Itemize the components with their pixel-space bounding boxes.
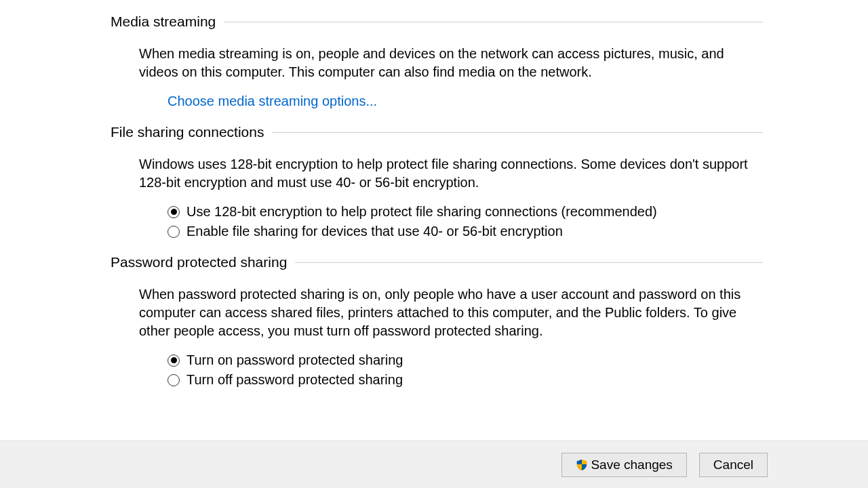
button-label: Save changes [591, 458, 672, 472]
divider [272, 132, 763, 133]
cancel-button[interactable]: Cancel [699, 453, 768, 477]
password-radio-group: Turn on password protected sharing Turn … [167, 352, 763, 388]
media-description: When media streaming is on, people and d… [139, 45, 763, 81]
uac-shield-icon [576, 459, 588, 471]
group-file-sharing: File sharing connections Windows uses 12… [111, 124, 763, 239]
choose-media-streaming-link[interactable]: Choose media streaming options... [167, 94, 377, 109]
group-title-media: Media streaming [111, 14, 224, 30]
radio-password-on[interactable]: Turn on password protected sharing [167, 352, 763, 368]
radio-password-off[interactable]: Turn off password protected sharing [167, 372, 763, 388]
radio-button-icon [167, 206, 180, 218]
group-title-file-sharing: File sharing connections [111, 124, 272, 140]
group-body: When media streaming is on, people and d… [111, 45, 763, 109]
divider [295, 262, 763, 263]
radio-button-icon [167, 374, 180, 386]
encryption-radio-group: Use 128-bit encryption to help protect f… [167, 204, 763, 239]
group-header: Password protected sharing [111, 254, 763, 270]
save-changes-button[interactable]: Save changes [561, 453, 686, 477]
radio-40-56bit-encryption[interactable]: Enable file sharing for devices that use… [167, 224, 763, 239]
radio-label: Turn off password protected sharing [186, 372, 403, 388]
group-body: When password protected sharing is on, o… [111, 285, 763, 388]
group-password-sharing: Password protected sharing When password… [111, 254, 763, 388]
group-body: Windows uses 128-bit encryption to help … [111, 155, 763, 239]
group-header: Media streaming [111, 14, 763, 30]
dialog-footer: Save changes Cancel [0, 441, 868, 488]
settings-content: Media streaming When media streaming is … [0, 0, 868, 441]
group-title-password: Password protected sharing [111, 254, 295, 270]
radio-button-icon [167, 226, 180, 238]
password-description: When password protected sharing is on, o… [139, 285, 763, 340]
radio-label: Turn on password protected sharing [186, 352, 403, 368]
divider [224, 22, 763, 22]
group-header: File sharing connections [111, 124, 763, 140]
radio-label: Use 128-bit encryption to help protect f… [186, 204, 657, 220]
button-label: Cancel [713, 458, 753, 472]
group-media-streaming: Media streaming When media streaming is … [111, 14, 763, 109]
file-sharing-description: Windows uses 128-bit encryption to help … [139, 155, 763, 192]
radio-128bit-encryption[interactable]: Use 128-bit encryption to help protect f… [167, 204, 763, 220]
radio-button-icon [167, 354, 180, 367]
radio-label: Enable file sharing for devices that use… [186, 224, 563, 239]
